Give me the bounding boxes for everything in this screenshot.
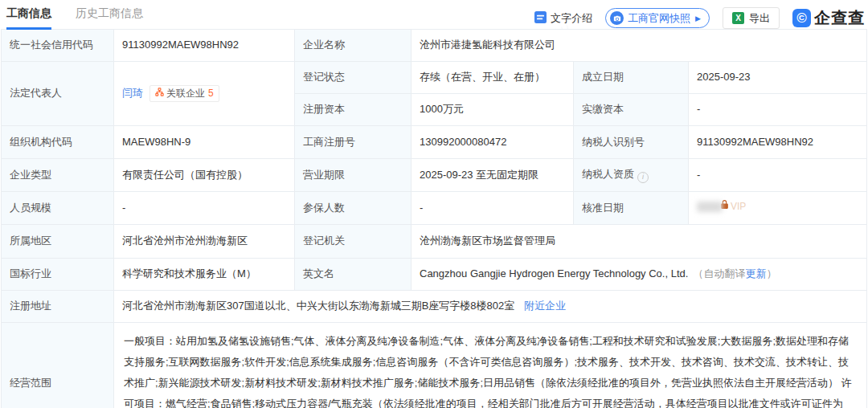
table-row: 组织机构代码 MAEW98HN-9 工商注册号 130992000080472 … (2, 126, 867, 159)
camera-icon (610, 11, 624, 25)
reg-status-value: 存续（在营、开业、在册） (411, 62, 574, 94)
region-label: 所属地区 (2, 225, 114, 259)
table-row: 国标行业 科学研究和技术服务业（M） 英文名 Cangzhou Gangjie … (2, 259, 867, 291)
taxpayer-id-value: 91130992MAEW98HN92 (689, 126, 867, 159)
staff-size-label: 人员规模 (2, 192, 114, 225)
taxpayer-quality-value: - (689, 159, 867, 192)
table-row: 注册地址 河北省沧州市渤海新区307国道以北、中兴大街以东渤海新城三期B座写字楼… (2, 291, 867, 323)
nearby-companies-link[interactable]: 附近企业 (524, 300, 566, 312)
insured-count-label: 参保人数 (295, 192, 411, 225)
reg-capital-value: 1000万元 (411, 94, 574, 126)
establish-date-label: 成立日期 (574, 62, 689, 94)
reg-authority-label: 登记机关 (295, 225, 411, 259)
org-code-value: MAEW98HN-9 (114, 126, 295, 159)
english-name-value: Cangzhou Gangjie Hydrogen Energy Technol… (411, 259, 867, 291)
official-snapshot-button[interactable]: 工商官网快照 ▶ (605, 8, 710, 28)
tab-bar: 工商信息 历史工商信息 (6, 6, 143, 30)
related-companies-label: 关联企业 (166, 87, 205, 100)
company-type-value: 有限责任公司（国有控股） (114, 159, 295, 192)
company-name-label: 企业名称 (295, 30, 411, 62)
reg-address-value: 河北省沧州市渤海新区307国道以北、中兴大街以东渤海新城三期B座写字楼8楼802… (114, 291, 867, 323)
taxpayer-id-label: 纳税人识别号 (574, 126, 689, 159)
establish-date-value: 2025-09-23 (689, 62, 867, 94)
table-row: 统一社会信用代码 91130992MAEW98HN92 企业名称 沧州市港捷氢能… (2, 30, 867, 62)
auto-translate-note: （自动翻译更新） (693, 267, 776, 279)
org-code-label: 组织机构代码 (2, 126, 114, 159)
tab-business-info[interactable]: 工商信息 (6, 6, 51, 30)
text-intro-button[interactable]: 文字介绍 (534, 11, 592, 26)
related-companies-count: 5 (208, 87, 214, 100)
reg-number-label: 工商注册号 (295, 126, 411, 159)
business-term-label: 营业期限 (295, 159, 411, 192)
export-button[interactable]: X 导出 (723, 7, 780, 29)
vip-locked-value[interactable]: VIP (697, 199, 746, 214)
reg-capital-label: 注册资本 (295, 94, 411, 126)
business-info-panel: 8FVYE4H 8FVYE4H 8FVYE4H 8FVYE4H 8FVYE4H … (0, 0, 868, 408)
vip-badge: VIP (731, 200, 746, 214)
table-row: 企业类型 有限责任公司（国有控股） 营业期限 2025-09-23 至无固定期限… (2, 159, 867, 192)
document-lines-icon (534, 11, 547, 26)
chevron-right-icon: ▶ (695, 14, 701, 22)
business-term-value: 2025-09-23 至无固定期限 (411, 159, 574, 192)
insured-count-value: - (411, 192, 574, 225)
reg-authority-value: 沧州渤海新区市场监督管理局 (411, 225, 867, 259)
business-scope-value: 一般项目：站用加氢及储氢设施销售;气体、液体分离及纯净设备制造;气体、液体分离及… (114, 323, 867, 408)
approval-date-value: VIP (689, 192, 867, 225)
reg-number-value: 130992000080472 (411, 126, 574, 159)
paid-capital-label: 实缴资本 (574, 94, 689, 126)
related-companies-badge[interactable]: 关联企业5 (149, 85, 219, 102)
industry-label: 国标行业 (2, 259, 114, 291)
export-label: 导出 (749, 11, 770, 26)
legal-rep-label: 法定代表人 (2, 62, 114, 126)
staff-size-value: - (114, 192, 295, 225)
excel-icon: X (732, 12, 744, 24)
unified-code-label: 统一社会信用代码 (2, 30, 114, 62)
business-scope-label: 经营范围 (2, 323, 114, 408)
paid-capital-value: - (689, 94, 867, 126)
unified-code-value: 91130992MAEW98HN92 (114, 30, 295, 62)
table-row: 人员规模 - 参保人数 - 核准日期 VIP (2, 192, 867, 225)
tab-history-business-info[interactable]: 历史工商信息 (76, 6, 143, 30)
org-chart-icon (155, 87, 164, 100)
taxpayer-quality-label: 纳税人资质i (574, 159, 689, 192)
official-snapshot-label: 工商官网快照 (628, 11, 690, 26)
industry-value: 科学研究和技术服务业（M） (114, 259, 295, 291)
table-row: 经营范围 一般项目：站用加氢及储氢设施销售;气体、液体分离及纯净设备制造;气体、… (2, 323, 867, 408)
table-row: 所属地区 河北省沧州市沧州渤海新区 登记机关 沧州渤海新区市场监督管理局 (2, 225, 867, 259)
legal-rep-link[interactable]: 闫琦 (122, 87, 143, 99)
qichacha-logo[interactable]: © 企查查 (792, 7, 865, 29)
table-row: 法定代表人 闫琦关联企业5 登记状态 存续（在营、开业、在册） 成立日期 202… (2, 62, 867, 94)
qichacha-logo-text: 企查查 (814, 7, 865, 29)
legal-rep-value: 闫琦关联企业5 (114, 62, 295, 126)
header: 工商信息 历史工商信息 文字介绍 工商官网快照 ▶ X 导出 © 企查查 (0, 0, 868, 27)
info-icon[interactable]: i (637, 172, 649, 183)
approval-date-label: 核准日期 (574, 192, 689, 225)
business-info-table: 统一社会信用代码 91130992MAEW98HN92 企业名称 沧州市港捷氢能… (1, 29, 867, 408)
english-name-label: 英文名 (295, 259, 411, 291)
blurred-text (697, 202, 723, 212)
company-name-value: 沧州市港捷氢能科技有限公司 (411, 30, 867, 62)
update-translation-link[interactable]: 更新 (745, 267, 766, 279)
company-type-label: 企业类型 (2, 159, 114, 192)
region-value: 河北省沧州市沧州渤海新区 (114, 225, 295, 259)
text-intro-label: 文字介绍 (551, 11, 592, 26)
reg-address-label: 注册地址 (2, 291, 114, 323)
toolbar: 文字介绍 工商官网快照 ▶ X 导出 © 企查查 (534, 7, 865, 29)
reg-status-label: 登记状态 (295, 62, 411, 94)
qichacha-logo-icon: © (792, 9, 811, 27)
